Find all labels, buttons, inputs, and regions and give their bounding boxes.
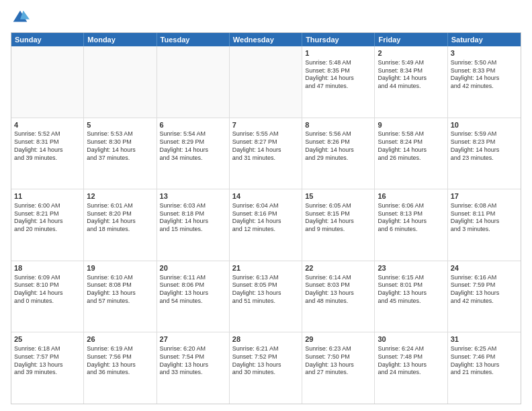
day-number: 13 <box>160 191 226 201</box>
cell-sun-info: Sunrise: 6:11 AMSunset: 8:06 PMDaylight:… <box>160 274 226 306</box>
day-number: 10 <box>451 120 518 130</box>
calendar: SundayMondayTuesdayWednesdayThursdayFrid… <box>11 32 521 404</box>
calendar-header-cell: Thursday <box>302 33 375 46</box>
calendar-cell <box>230 46 302 118</box>
calendar-cell: 30Sunrise: 6:24 AMSunset: 7:48 PMDayligh… <box>375 332 447 404</box>
cell-sun-info: Sunrise: 6:04 AMSunset: 8:16 PMDaylight:… <box>232 202 299 234</box>
cell-sun-info: Sunrise: 6:03 AMSunset: 8:18 PMDaylight:… <box>160 202 226 234</box>
day-number: 12 <box>87 191 153 201</box>
calendar-cell: 11Sunrise: 6:00 AMSunset: 8:21 PMDayligh… <box>11 189 84 261</box>
calendar-cell: 15Sunrise: 6:05 AMSunset: 8:15 PMDayligh… <box>302 189 375 261</box>
day-number: 16 <box>378 191 444 201</box>
cell-sun-info: Sunrise: 6:00 AMSunset: 8:21 PMDaylight:… <box>14 202 81 234</box>
calendar-week-row: 1Sunrise: 5:48 AMSunset: 8:35 PMDaylight… <box>11 46 521 118</box>
calendar-header-row: SundayMondayTuesdayWednesdayThursdayFrid… <box>11 33 521 46</box>
calendar-cell: 16Sunrise: 6:06 AMSunset: 8:13 PMDayligh… <box>375 189 447 261</box>
day-number: 8 <box>305 120 371 130</box>
cell-sun-info: Sunrise: 6:16 AMSunset: 7:59 PMDaylight:… <box>451 274 518 306</box>
day-number: 7 <box>232 120 299 130</box>
cell-sun-info: Sunrise: 6:23 AMSunset: 7:50 PMDaylight:… <box>305 345 371 377</box>
day-number: 31 <box>451 334 518 345</box>
cell-sun-info: Sunrise: 6:20 AMSunset: 7:54 PMDaylight:… <box>160 345 226 377</box>
cell-sun-info: Sunrise: 5:58 AMSunset: 8:24 PMDaylight:… <box>378 130 444 162</box>
calendar-cell: 9Sunrise: 5:58 AMSunset: 8:24 PMDaylight… <box>375 118 447 189</box>
day-number: 27 <box>160 334 226 345</box>
day-number: 15 <box>305 191 371 201</box>
day-number: 20 <box>160 263 226 273</box>
day-number: 21 <box>232 263 299 273</box>
calendar-cell: 28Sunrise: 6:21 AMSunset: 7:52 PMDayligh… <box>230 332 302 404</box>
calendar-body: 1Sunrise: 5:48 AMSunset: 8:35 PMDaylight… <box>11 46 521 404</box>
calendar-cell: 6Sunrise: 5:54 AMSunset: 8:29 PMDaylight… <box>157 118 230 189</box>
day-number: 1 <box>305 48 371 58</box>
calendar-cell: 17Sunrise: 6:08 AMSunset: 8:11 PMDayligh… <box>448 189 521 261</box>
page: SundayMondayTuesdayWednesdayThursdayFrid… <box>0 0 532 411</box>
cell-sun-info: Sunrise: 6:14 AMSunset: 8:03 PMDaylight:… <box>305 274 371 306</box>
day-number: 22 <box>305 263 371 273</box>
calendar-header-cell: Sunday <box>11 33 84 46</box>
calendar-cell: 1Sunrise: 5:48 AMSunset: 8:35 PMDaylight… <box>302 46 375 118</box>
cell-sun-info: Sunrise: 5:56 AMSunset: 8:26 PMDaylight:… <box>305 130 371 162</box>
cell-sun-info: Sunrise: 5:48 AMSunset: 8:35 PMDaylight:… <box>305 59 371 91</box>
cell-sun-info: Sunrise: 6:08 AMSunset: 8:11 PMDaylight:… <box>451 202 518 234</box>
calendar-cell: 25Sunrise: 6:18 AMSunset: 7:57 PMDayligh… <box>11 332 84 404</box>
calendar-cell: 3Sunrise: 5:50 AMSunset: 8:33 PMDaylight… <box>448 46 521 118</box>
cell-sun-info: Sunrise: 6:24 AMSunset: 7:48 PMDaylight:… <box>378 345 444 377</box>
calendar-cell <box>84 46 157 118</box>
day-number: 19 <box>87 263 153 273</box>
cell-sun-info: Sunrise: 6:25 AMSunset: 7:46 PMDaylight:… <box>451 345 518 377</box>
cell-sun-info: Sunrise: 5:53 AMSunset: 8:30 PMDaylight:… <box>87 130 153 162</box>
cell-sun-info: Sunrise: 6:18 AMSunset: 7:57 PMDaylight:… <box>14 345 81 377</box>
calendar-cell: 13Sunrise: 6:03 AMSunset: 8:18 PMDayligh… <box>157 189 230 261</box>
day-number: 5 <box>87 120 153 130</box>
day-number: 11 <box>14 191 81 201</box>
cell-sun-info: Sunrise: 6:13 AMSunset: 8:05 PMDaylight:… <box>232 274 299 306</box>
calendar-cell: 24Sunrise: 6:16 AMSunset: 7:59 PMDayligh… <box>448 261 521 332</box>
calendar-week-row: 11Sunrise: 6:00 AMSunset: 8:21 PMDayligh… <box>11 189 521 261</box>
calendar-cell: 10Sunrise: 5:59 AMSunset: 8:23 PMDayligh… <box>448 118 521 189</box>
calendar-cell: 7Sunrise: 5:55 AMSunset: 8:27 PMDaylight… <box>230 118 302 189</box>
day-number: 18 <box>14 263 81 273</box>
calendar-cell: 12Sunrise: 6:01 AMSunset: 8:20 PMDayligh… <box>84 189 157 261</box>
cell-sun-info: Sunrise: 6:06 AMSunset: 8:13 PMDaylight:… <box>378 202 444 234</box>
calendar-cell: 26Sunrise: 6:19 AMSunset: 7:56 PMDayligh… <box>84 332 157 404</box>
day-number: 6 <box>160 120 226 130</box>
cell-sun-info: Sunrise: 5:55 AMSunset: 8:27 PMDaylight:… <box>232 130 299 162</box>
cell-sun-info: Sunrise: 5:54 AMSunset: 8:29 PMDaylight:… <box>160 130 226 162</box>
calendar-header-cell: Monday <box>84 33 157 46</box>
calendar-cell <box>11 46 84 118</box>
logo <box>11 8 32 27</box>
calendar-cell: 29Sunrise: 6:23 AMSunset: 7:50 PMDayligh… <box>302 332 375 404</box>
calendar-cell: 31Sunrise: 6:25 AMSunset: 7:46 PMDayligh… <box>448 332 521 404</box>
calendar-cell <box>157 46 230 118</box>
day-number: 25 <box>14 334 81 345</box>
calendar-cell: 22Sunrise: 6:14 AMSunset: 8:03 PMDayligh… <box>302 261 375 332</box>
calendar-cell: 4Sunrise: 5:52 AMSunset: 8:31 PMDaylight… <box>11 118 84 189</box>
cell-sun-info: Sunrise: 6:19 AMSunset: 7:56 PMDaylight:… <box>87 345 153 377</box>
calendar-cell: 8Sunrise: 5:56 AMSunset: 8:26 PMDaylight… <box>302 118 375 189</box>
day-number: 14 <box>232 191 299 201</box>
calendar-header-cell: Tuesday <box>157 33 230 46</box>
day-number: 29 <box>305 334 371 345</box>
day-number: 3 <box>451 48 518 58</box>
day-number: 26 <box>87 334 153 345</box>
calendar-week-row: 18Sunrise: 6:09 AMSunset: 8:10 PMDayligh… <box>11 261 521 332</box>
calendar-cell: 23Sunrise: 6:15 AMSunset: 8:01 PMDayligh… <box>375 261 447 332</box>
calendar-header-cell: Wednesday <box>230 33 302 46</box>
cell-sun-info: Sunrise: 6:05 AMSunset: 8:15 PMDaylight:… <box>305 202 371 234</box>
calendar-cell: 14Sunrise: 6:04 AMSunset: 8:16 PMDayligh… <box>230 189 302 261</box>
cell-sun-info: Sunrise: 5:52 AMSunset: 8:31 PMDaylight:… <box>14 130 81 162</box>
calendar-week-row: 25Sunrise: 6:18 AMSunset: 7:57 PMDayligh… <box>11 332 521 404</box>
calendar-cell: 5Sunrise: 5:53 AMSunset: 8:30 PMDaylight… <box>84 118 157 189</box>
cell-sun-info: Sunrise: 6:15 AMSunset: 8:01 PMDaylight:… <box>378 274 444 306</box>
calendar-cell: 19Sunrise: 6:10 AMSunset: 8:08 PMDayligh… <box>84 261 157 332</box>
logo-icon <box>11 8 30 27</box>
cell-sun-info: Sunrise: 6:10 AMSunset: 8:08 PMDaylight:… <box>87 274 153 306</box>
day-number: 24 <box>451 263 518 273</box>
calendar-week-row: 4Sunrise: 5:52 AMSunset: 8:31 PMDaylight… <box>11 118 521 189</box>
calendar-header-cell: Saturday <box>448 33 521 46</box>
day-number: 17 <box>451 191 518 201</box>
cell-sun-info: Sunrise: 6:21 AMSunset: 7:52 PMDaylight:… <box>232 345 299 377</box>
cell-sun-info: Sunrise: 5:59 AMSunset: 8:23 PMDaylight:… <box>451 130 518 162</box>
cell-sun-info: Sunrise: 5:49 AMSunset: 8:34 PMDaylight:… <box>378 59 444 91</box>
